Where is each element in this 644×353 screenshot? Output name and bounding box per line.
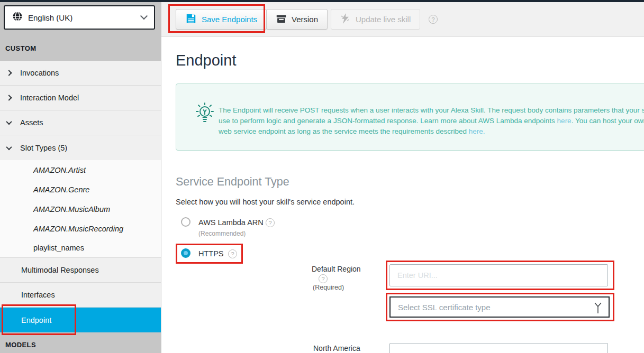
default-region-uri-input[interactable]: [389, 264, 608, 286]
save-floppy-icon: [185, 13, 197, 26]
sidebar-item-label: Multimodal Responses: [21, 266, 99, 274]
default-region-label: Default Region: [312, 265, 361, 273]
info-banner: The Endpoint will receive POST requests …: [176, 83, 644, 151]
sidebar-item-slot-amazon-genre[interactable]: AMAZON.Genre: [0, 180, 161, 199]
slot-type-label: AMAZON.MusicRecording: [33, 225, 123, 233]
sidebar-item-slot-amazon-musicrecording[interactable]: AMAZON.MusicRecording: [0, 219, 161, 238]
service-endpoint-type-subtitle: Select how you will host your skill's se…: [176, 198, 355, 206]
globe-icon: [12, 11, 23, 24]
default-region-help-icon[interactable]: ?: [319, 274, 328, 283]
sidebar-item-label: Interfaces: [21, 291, 55, 299]
version-box-icon: [276, 13, 287, 26]
chevron-down-icon: [6, 144, 12, 150]
aws-lambda-arn-radio[interactable]: [181, 217, 191, 227]
sidebar-item-multimodal-responses[interactable]: Multimodal Responses: [0, 258, 161, 283]
version-label: Version: [292, 15, 318, 24]
slot-type-label: AMAZON.Artist: [33, 166, 86, 174]
https-label: HTTPS: [198, 249, 224, 258]
slot-type-label: AMAZON.MusicAlbum: [33, 205, 110, 213]
language-selector-label: English (UK): [28, 13, 141, 22]
sidebar-item-label: Assets: [20, 118, 43, 127]
custom-section-header: CUSTOM: [5, 44, 37, 52]
aws-lambda-arn-label: AWS Lambda ARN: [198, 218, 264, 227]
save-endpoints-button[interactable]: Save Endpoints: [176, 9, 267, 30]
north-america-uri-input[interactable]: [389, 343, 608, 353]
language-selector[interactable]: English (UK): [4, 5, 155, 30]
ssl-certificate-select[interactable]: Select SSL certificate type: [389, 296, 610, 318]
sidebar-item-invocations[interactable]: Invocations: [0, 61, 161, 86]
endpoint-page: Endpoint The Endpoint will receive POST …: [161, 37, 644, 353]
recommended-note: (Recommended): [198, 230, 246, 237]
update-live-skill-button[interactable]: Update live skill: [331, 9, 420, 30]
sidebar-item-slot-types[interactable]: Slot Types (5): [0, 135, 161, 160]
sidebar-item-slot-playlist-names[interactable]: playlist_names: [0, 238, 161, 258]
slot-type-label: playlist_names: [33, 244, 84, 252]
lambda-endpoints-here-link[interactable]: here: [557, 117, 572, 125]
sidebar-item-interaction-model[interactable]: Interaction Model: [0, 86, 161, 110]
sidebar-item-label: Invocations: [20, 69, 59, 77]
chevron-down-icon: [140, 12, 148, 20]
sidebar-item-label: Interaction Model: [20, 94, 79, 102]
north-america-label: North America: [313, 344, 360, 352]
sidebar-item-slot-amazon-artist[interactable]: AMAZON.Artist: [0, 160, 161, 180]
sidebar-item-interfaces[interactable]: Interfaces: [0, 283, 161, 308]
update-live-skill-label: Update live skill: [356, 15, 411, 24]
chevron-right-icon: [6, 70, 12, 76]
ssl-select-placeholder: Select SSL certificate type: [398, 303, 491, 312]
https-help-icon[interactable]: ?: [228, 249, 237, 258]
lambda-help-icon[interactable]: ?: [266, 218, 275, 227]
save-endpoints-label: Save Endpoints: [202, 15, 257, 24]
toolbar: Save Endpoints Version Update live skill…: [161, 2, 644, 37]
sidebar-item-label: Slot Types (5): [20, 144, 67, 152]
select-caret-icon: [594, 302, 602, 316]
sidebar-item-label: Endpoint: [21, 316, 51, 324]
chevron-right-icon: [6, 95, 12, 100]
https-radio[interactable]: [181, 248, 191, 258]
info-banner-text: The Endpoint will receive POST requests …: [219, 105, 644, 137]
sidebar: English (UK) CUSTOM Invocations Interact…: [0, 2, 161, 353]
models-section-header: MODELS: [5, 341, 36, 349]
sidebar-item-endpoint[interactable]: Endpoint: [0, 308, 161, 332]
version-button[interactable]: Version: [266, 9, 328, 30]
lightbulb-icon: [195, 102, 214, 129]
https-requirements-here-link[interactable]: here.: [469, 127, 485, 135]
models-section: MODELS: [0, 332, 161, 353]
toolbar-help-icon[interactable]: ?: [429, 15, 438, 24]
required-note: (Required): [313, 284, 344, 291]
lightning-bolt-icon: [340, 13, 351, 26]
alexa-developer-console: English (UK) CUSTOM Invocations Interact…: [0, 0, 644, 353]
chevron-down-icon: [6, 119, 12, 125]
sidebar-item-slot-amazon-musicalbum[interactable]: AMAZON.MusicAlbum: [0, 199, 161, 219]
sidebar-item-assets[interactable]: Assets: [0, 110, 161, 135]
page-title: Endpoint: [176, 52, 237, 69]
service-endpoint-type-heading: Service Endpoint Type: [176, 175, 289, 189]
slot-type-label: AMAZON.Genre: [33, 185, 89, 194]
